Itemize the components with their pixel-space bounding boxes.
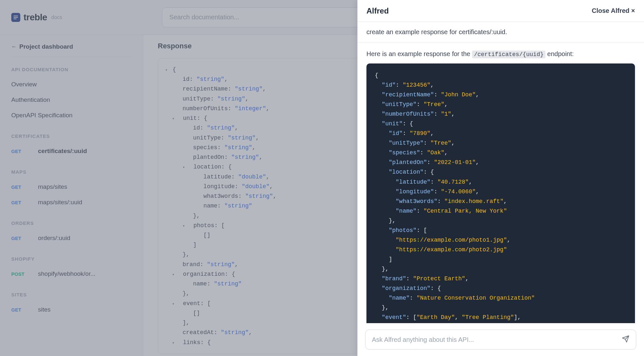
alfred-response-body: Here is an example response for the /cer… <box>357 43 644 323</box>
send-icon[interactable] <box>622 335 630 344</box>
alfred-title: Alfred <box>366 6 389 15</box>
alfred-input-wrap: Ask Alfred anything about this API... <box>357 323 644 356</box>
alfred-input-placeholder: Ask Alfred anything about this API... <box>372 336 474 343</box>
alfred-intro-text: Here is an example response for the /cer… <box>366 50 635 58</box>
close-alfred-button[interactable]: Close Alfred × <box>592 7 635 14</box>
alfred-example-code: { "id": "123456", "recipientName": "John… <box>366 63 635 323</box>
alfred-header: Alfred Close Alfred × <box>357 0 644 22</box>
alfred-user-message: create an example response for certifica… <box>357 22 644 43</box>
alfred-input[interactable]: Ask Alfred anything about this API... <box>365 330 636 350</box>
alfred-panel: Alfred Close Alfred × create an example … <box>357 0 644 356</box>
